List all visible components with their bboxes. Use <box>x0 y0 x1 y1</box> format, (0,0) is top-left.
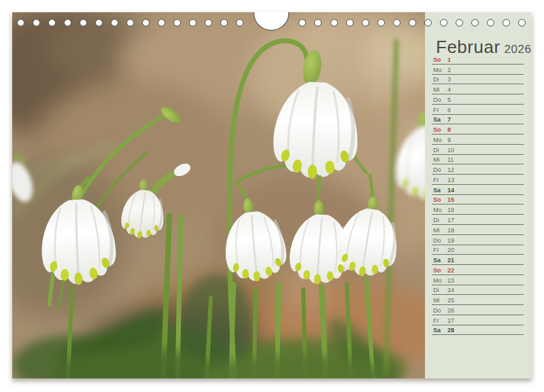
day-row-sa-14: Sa14 <box>432 185 524 195</box>
day-number: 7 <box>447 116 451 123</box>
binding-hole <box>80 19 87 26</box>
day-row-fr-13: Fr13 <box>432 175 524 185</box>
day-number: 6 <box>447 107 451 113</box>
date-panel: Februar2026 So1Mo2Di3Mi4Do5Fr6Sa7So8Mo9D… <box>425 12 532 378</box>
day-number: 2 <box>447 67 451 73</box>
binding-hole <box>424 19 432 26</box>
day-row-fr-20: Fr20 <box>432 245 524 255</box>
day-row-mi-18: Mi18 <box>432 225 524 235</box>
binding-hole <box>126 19 134 26</box>
binding-hole <box>64 19 71 26</box>
day-abbr: Fr <box>433 247 447 253</box>
day-row-so-1: So1 <box>432 54 524 65</box>
day-abbr: Mi <box>433 297 447 304</box>
day-abbr: Fr <box>433 107 447 113</box>
day-abbr: Sa <box>433 116 447 123</box>
day-abbr: So <box>433 196 447 203</box>
day-number: 15 <box>447 196 454 203</box>
day-row-so-22: So22 <box>432 265 524 275</box>
binding-hole <box>95 19 103 26</box>
day-abbr: Mi <box>433 227 447 234</box>
day-abbr: Di <box>433 287 447 293</box>
day-abbr: Di <box>433 76 447 83</box>
day-row-so-15: So15 <box>432 195 524 205</box>
day-row-mo-16: Mo16 <box>432 204 524 215</box>
day-abbr: Mo <box>433 277 447 284</box>
day-number: 10 <box>447 147 454 154</box>
day-number: 9 <box>447 137 451 143</box>
binding-hole <box>330 19 338 26</box>
binding-hole <box>189 19 197 26</box>
day-number: 4 <box>447 86 451 93</box>
day-number: 17 <box>447 217 454 224</box>
binding-hole <box>346 19 354 26</box>
day-abbr: Mo <box>433 137 447 143</box>
day-number: 24 <box>447 287 454 293</box>
day-abbr: Mo <box>433 67 447 73</box>
binding-hole <box>142 19 150 26</box>
binding-hole <box>173 19 181 26</box>
day-row-mi-25: Mi25 <box>432 295 524 305</box>
photo-spring-snowflake-flowers <box>12 12 425 378</box>
day-number: 28 <box>447 327 454 334</box>
day-abbr: Sa <box>433 187 447 194</box>
day-number: 13 <box>447 177 454 183</box>
day-row-di-3: Di3 <box>432 75 524 85</box>
day-number: 8 <box>447 126 451 133</box>
day-row-do-12: Do12 <box>432 164 524 175</box>
day-abbr: So <box>433 126 447 133</box>
day-abbr: Do <box>433 166 447 173</box>
binding-hole <box>158 19 165 26</box>
day-abbr: Sa <box>433 327 447 334</box>
day-abbr: Di <box>433 217 447 224</box>
binding-hole <box>33 19 40 26</box>
day-number: 12 <box>447 166 454 173</box>
day-row-fr-27: Fr27 <box>432 315 524 325</box>
day-row-di-10: Di10 <box>432 145 524 155</box>
day-number: 27 <box>447 317 454 324</box>
day-list: So1Mo2Di3Mi4Do5Fr6Sa7So8Mo9Di10Mi11Do12F… <box>432 54 524 335</box>
day-abbr: Do <box>433 237 447 244</box>
day-row-do-19: Do19 <box>432 235 524 245</box>
binding-hole <box>440 19 447 26</box>
day-abbr: Mi <box>433 156 447 163</box>
day-row-fr-6: Fr6 <box>432 105 524 115</box>
binding-hole <box>362 19 369 26</box>
day-abbr: Do <box>433 96 447 103</box>
day-abbr: Fr <box>433 317 447 324</box>
flower-photo-illustration <box>12 12 425 378</box>
binding-hole <box>377 19 385 26</box>
day-row-di-24: Di24 <box>432 285 524 296</box>
day-number: 23 <box>447 277 454 284</box>
day-abbr: Di <box>433 147 447 154</box>
day-number: 20 <box>447 247 454 253</box>
binding-hole <box>17 19 24 26</box>
day-row-sa-21: Sa21 <box>432 255 524 265</box>
binding-hole <box>48 19 56 26</box>
day-row-mo-2: Mo2 <box>432 65 524 75</box>
day-number: 21 <box>447 257 454 264</box>
day-number: 19 <box>447 237 454 244</box>
day-row-mi-11: Mi11 <box>432 155 524 165</box>
day-row-sa-28: Sa28 <box>432 325 524 336</box>
day-abbr: Fr <box>433 177 447 183</box>
day-number: 14 <box>447 187 454 194</box>
binding-hole <box>456 19 463 26</box>
day-row-sa-7: Sa7 <box>432 115 524 125</box>
day-number: 3 <box>447 76 451 83</box>
day-row-di-17: Di17 <box>432 215 524 225</box>
day-number: 26 <box>447 307 454 314</box>
day-row-so-8: So8 <box>432 124 524 135</box>
day-number: 5 <box>447 96 451 103</box>
day-number: 1 <box>447 56 451 63</box>
day-number: 25 <box>447 297 454 304</box>
day-row-mo-23: Mo23 <box>432 275 524 285</box>
calendar-page: Februar2026 So1Mo2Di3Mi4Do5Fr6Sa7So8Mo9D… <box>0 0 544 392</box>
day-number: 18 <box>447 227 454 234</box>
day-row-mi-4: Mi4 <box>432 84 524 94</box>
day-abbr: So <box>433 267 447 274</box>
day-abbr: Mo <box>433 207 447 213</box>
calendar-sheet: Februar2026 So1Mo2Di3Mi4Do5Fr6Sa7So8Mo9D… <box>12 12 532 378</box>
day-row-do-26: Do26 <box>432 305 524 315</box>
binding-hole <box>503 19 510 26</box>
